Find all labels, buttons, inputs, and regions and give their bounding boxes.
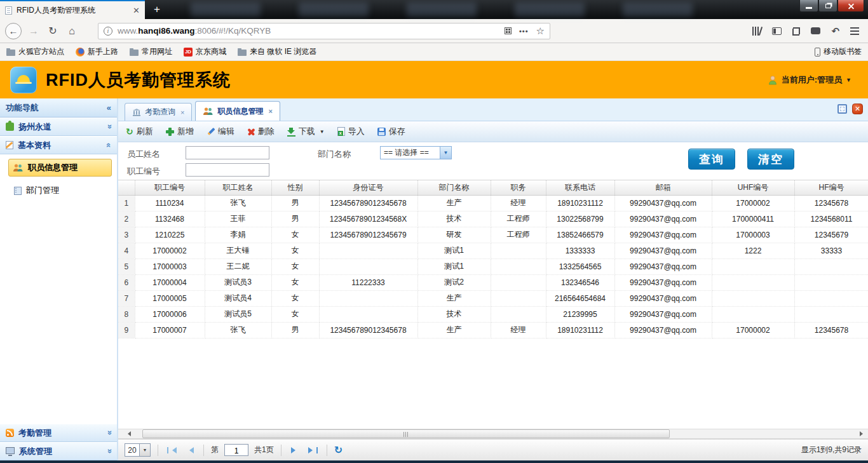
table-cell bbox=[491, 258, 546, 274]
select-arrow-icon[interactable]: ▼ bbox=[440, 147, 451, 159]
download-button[interactable]: 下载▼ bbox=[286, 124, 326, 138]
table-row[interactable]: 417000002王大锤女测试1133333399290437@qq.com12… bbox=[118, 243, 868, 258]
app-logo-icon bbox=[10, 67, 37, 93]
select-arrow-icon[interactable]: ▼ bbox=[139, 444, 150, 456]
row-number-cell: 9 bbox=[118, 322, 135, 338]
sidebar-group-basic-data[interactable]: 基本资料 « bbox=[0, 136, 117, 154]
undo-icon[interactable]: ↶ bbox=[831, 25, 839, 37]
bookmark-item[interactable]: 火狐官方站点 bbox=[6, 46, 64, 57]
table-cell: 13852466579 bbox=[546, 227, 614, 243]
table-row[interactable]: 817000006测试员5女技术2123999599290437@qq.com bbox=[118, 306, 868, 322]
tab-attendance-query[interactable]: 考勤查询 × bbox=[125, 103, 192, 121]
dept-select[interactable]: == 请选择 == ▼ bbox=[380, 146, 452, 159]
add-button[interactable]: 新增 bbox=[165, 124, 195, 138]
page-actions-icon[interactable]: ••• bbox=[519, 27, 529, 35]
sidebar-toggle-icon[interactable] bbox=[772, 27, 782, 35]
delete-button[interactable]: 删除 bbox=[246, 124, 276, 138]
browser-titlebar: RFID人员考勤管理系统 ✕ + bbox=[0, 0, 868, 19]
employee-code-input[interactable] bbox=[186, 163, 269, 177]
sidebar-item-employee-info[interactable]: 职员信息管理 bbox=[8, 159, 112, 177]
first-page-button[interactable] bbox=[165, 444, 178, 457]
window-minimize-button[interactable] bbox=[799, 0, 818, 12]
column-header[interactable]: 联系电话 bbox=[546, 180, 614, 195]
column-header[interactable]: 职工姓名 bbox=[205, 180, 271, 195]
clear-button[interactable]: 清空 bbox=[747, 149, 794, 170]
library-icon[interactable] bbox=[752, 27, 761, 36]
bookmark-item[interactable]: 新手上路 bbox=[76, 46, 118, 57]
employee-name-input[interactable] bbox=[186, 146, 269, 159]
current-user-menu[interactable]: 当前用户:管理员 ▼ bbox=[768, 74, 851, 86]
horizontal-scrollbar[interactable] bbox=[118, 429, 868, 439]
home-button[interactable]: ⌂ bbox=[62, 25, 81, 37]
scroll-left-button[interactable] bbox=[123, 429, 134, 438]
tab-close-icon[interactable]: ✕ bbox=[133, 6, 140, 15]
sidebar-collapse-icon[interactable]: « bbox=[107, 103, 111, 112]
mobile-bookmarks-item[interactable]: 移动版书签 bbox=[815, 46, 862, 57]
table-cell: 经理 bbox=[491, 195, 546, 211]
bookmark-item[interactable]: JD京东商城 bbox=[184, 46, 226, 57]
query-button[interactable]: 查询 bbox=[688, 149, 735, 170]
chevron-down-icon: ▼ bbox=[846, 77, 851, 83]
last-page-button[interactable] bbox=[307, 444, 320, 457]
table-row[interactable]: 717000005测试员4女生产21656465468499290437@qq.… bbox=[118, 290, 868, 306]
column-header[interactable]: HF编号 bbox=[794, 180, 868, 195]
table-row[interactable]: 21132468王菲男12345678901234568X技术工程师130225… bbox=[118, 211, 868, 227]
table-row[interactable]: 617000004测试员3女11222333测试2132346546992904… bbox=[118, 274, 868, 290]
qr-code-icon[interactable] bbox=[505, 27, 512, 34]
column-header[interactable]: 职工编号 bbox=[135, 180, 205, 195]
sidebar-group-yangzhou[interactable]: 扬州永道 « bbox=[0, 117, 117, 136]
menu-hamburger-icon[interactable] bbox=[850, 27, 859, 29]
tab-employee-info[interactable]: 职员信息管理 × bbox=[195, 101, 280, 121]
reload-button[interactable]: ↻ bbox=[43, 25, 62, 37]
expand-icon[interactable] bbox=[837, 104, 847, 114]
triangle-left-icon bbox=[125, 431, 131, 436]
bookmark-item[interactable]: 来自 微软 IE 浏览器 bbox=[238, 46, 316, 57]
column-header-rownum[interactable] bbox=[118, 180, 135, 195]
window-close-button[interactable] bbox=[837, 0, 864, 12]
table-cell: 女 bbox=[271, 227, 319, 243]
window-maximize-button[interactable] bbox=[818, 0, 837, 12]
scroll-right-button[interactable] bbox=[856, 429, 867, 438]
column-header[interactable]: 性别 bbox=[271, 180, 319, 195]
column-header[interactable]: UHF编号 bbox=[712, 180, 794, 195]
page-favicon-icon bbox=[5, 6, 12, 15]
column-header[interactable]: 邮箱 bbox=[614, 180, 712, 195]
url-text[interactable]: www.hanqi86.wang:8006/#!/Kq/KQRYB bbox=[118, 26, 499, 36]
sidebar-item-department[interactable]: 部门管理 bbox=[14, 182, 117, 199]
forward-button[interactable]: → bbox=[24, 25, 43, 37]
table-row[interactable]: 31210225李娟女123456789012345679研发工程师138524… bbox=[118, 227, 868, 243]
new-tab-button[interactable]: + bbox=[150, 3, 164, 16]
column-header[interactable]: 职务 bbox=[491, 180, 546, 195]
browser-tab[interactable]: RFID人员考勤管理系统 ✕ bbox=[0, 0, 145, 19]
table-row[interactable]: 11110234张飞男123456789012345678生产经理1891023… bbox=[118, 195, 868, 211]
back-button[interactable]: ← bbox=[5, 23, 22, 39]
refresh-button[interactable]: ↻刷新 bbox=[125, 124, 154, 138]
tab-close-icon[interactable]: × bbox=[268, 107, 272, 115]
table-row[interactable]: 917000007张飞男123456789012345678生产经理189102… bbox=[118, 322, 868, 338]
next-page-button[interactable] bbox=[288, 444, 301, 457]
page-size-select[interactable]: 20 ▼ bbox=[125, 443, 151, 457]
prev-page-button[interactable] bbox=[184, 444, 196, 457]
close-panel-icon[interactable]: ✕ bbox=[852, 104, 863, 114]
pager-refresh-icon[interactable]: ↻ bbox=[334, 444, 342, 456]
column-header[interactable]: 身份证号 bbox=[319, 180, 417, 195]
chat-icon[interactable] bbox=[811, 27, 820, 34]
firefox-icon bbox=[76, 48, 85, 57]
bookmark-item[interactable]: 常用网址 bbox=[130, 46, 172, 57]
tab-close-icon[interactable]: × bbox=[180, 109, 184, 116]
scrollbar-thumb[interactable] bbox=[142, 429, 670, 438]
site-info-icon[interactable]: i bbox=[104, 27, 112, 36]
column-header[interactable]: 部门名称 bbox=[417, 180, 491, 195]
table-cell: 13022568799 bbox=[546, 211, 614, 227]
table-cell: 技术 bbox=[417, 211, 491, 227]
bookmark-star-icon[interactable]: ☆ bbox=[536, 25, 545, 37]
page-number-input[interactable] bbox=[224, 444, 248, 456]
edit-button[interactable]: 编辑 bbox=[205, 124, 236, 138]
import-button[interactable]: 导入 bbox=[336, 124, 366, 138]
sidebar-group-system[interactable]: 系统管理 « bbox=[0, 442, 117, 460]
sidebar-group-attendance[interactable]: 考勤管理 « bbox=[0, 424, 117, 442]
address-bar[interactable]: i www.hanqi86.wang:8006/#!/Kq/KQRYB ••• … bbox=[98, 23, 550, 39]
table-row[interactable]: 517000003王二妮女测试1133256456599290437@qq.co… bbox=[118, 258, 868, 274]
screenshot-icon[interactable] bbox=[792, 27, 800, 35]
save-button[interactable]: 保存 bbox=[376, 124, 407, 138]
